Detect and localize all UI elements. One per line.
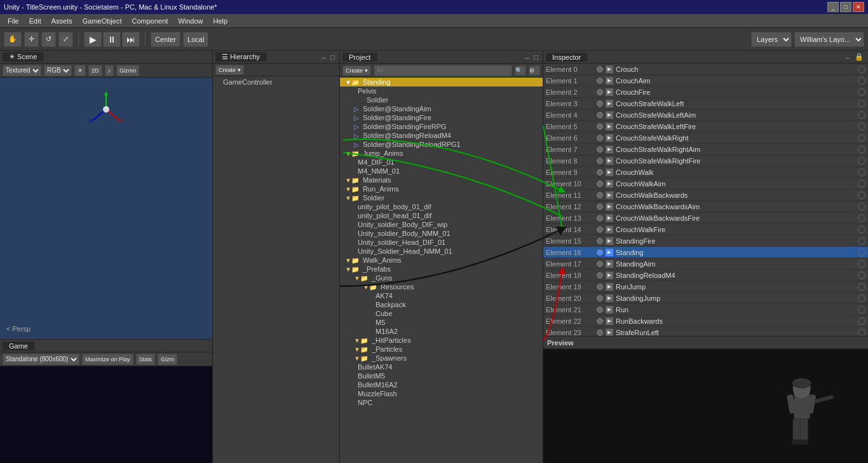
project-item-33[interactable]: BulletM5 [340, 371, 543, 380]
project-item-10[interactable]: M4_NMM_01 [340, 167, 543, 176]
project-item-25[interactable]: Backpack [340, 300, 543, 309]
resolution-select[interactable]: Standalone (800x600) [3, 354, 79, 365]
project-item-24[interactable]: AK74 [340, 291, 543, 300]
project-search-button[interactable]: 🔍 [515, 66, 526, 76]
inspector-row-7[interactable]: Element 7▶CrouchStrafeWalkRightAim [543, 144, 868, 155]
project-item-1[interactable]: Pelvis [340, 86, 543, 95]
menu-item-help[interactable]: Help [208, 16, 233, 26]
game-tab[interactable]: Game [3, 342, 35, 350]
hierarchy-create-button[interactable]: Create ▾ [215, 65, 244, 75]
project-item-3[interactable]: ▷Soldier@StandingAim [340, 104, 543, 113]
scene-view[interactable]: Y X Z < Persp [0, 78, 212, 339]
inspector-row-20[interactable]: Element 20▶StandingJump [543, 293, 868, 304]
project-item-35[interactable]: MuzzleFlash [340, 389, 543, 398]
inspector-row-5[interactable]: Element 5▶CrouchStrafeWalkLeftFire [543, 121, 868, 132]
project-search-input[interactable] [374, 65, 512, 76]
hierarchy-tab[interactable]: ☰ Hierarchy [215, 52, 267, 62]
project-item-32[interactable]: BulletAK74 [340, 363, 543, 371]
project-item-4[interactable]: ▷Soldier@StandingFire [340, 113, 543, 122]
inspector-row-0[interactable]: Element 0▶Crouch [543, 64, 868, 75]
project-item-20[interactable]: ▼📁Walk_Anims [340, 256, 543, 265]
hand-tool-button[interactable]: ✋ [4, 32, 22, 47]
hierarchy-item-gamecontroller[interactable]: GameController [213, 78, 339, 86]
project-item-12[interactable]: ▼📁Run_Anims [340, 184, 543, 193]
inspector-row-19[interactable]: Element 19▶RunJump [543, 281, 868, 293]
inspector-row-18[interactable]: Element 18▶StandingReloadM4 [543, 270, 868, 281]
project-item-6[interactable]: ▷Soldier@StandingReloadM4 [340, 131, 543, 140]
project-collapse-button[interactable]: – [523, 53, 531, 61]
scene-2d-button[interactable]: 2D [88, 65, 102, 76]
layers-dropdown[interactable]: Layers [751, 32, 792, 47]
project-item-34[interactable]: BulletM16A2 [340, 380, 543, 389]
project-expand-button[interactable]: □ [532, 53, 540, 61]
menu-item-component[interactable]: Component [126, 16, 173, 26]
stats-button[interactable]: Stats [136, 354, 156, 365]
project-item-27[interactable]: M5 [340, 318, 543, 327]
menu-item-file[interactable]: File [3, 16, 24, 26]
project-item-5[interactable]: ▷Soldier@StandingFireRPG [340, 122, 543, 131]
menu-item-edit[interactable]: Edit [24, 16, 46, 26]
inspector-row-21[interactable]: Element 21▶Run [543, 304, 868, 315]
menu-item-window[interactable]: Window [173, 16, 208, 26]
play-button[interactable]: ▶ [84, 32, 102, 47]
project-item-30[interactable]: ▼📁_Particles [340, 345, 543, 354]
project-settings-button[interactable]: ⚙ [529, 66, 540, 76]
inspector-row-16[interactable]: Element 16▶Standing [543, 247, 868, 258]
project-item-16[interactable]: Unity_soldier_Body_DIF_wip [340, 220, 543, 229]
project-create-button[interactable]: Create ▾ [342, 66, 371, 76]
inspector-row-17[interactable]: Element 17▶StandingAim [543, 258, 868, 270]
inspector-row-13[interactable]: Element 13▶CrouchWalkBackwardsFire [543, 212, 868, 224]
inspector-row-23[interactable]: Element 23▶StrafeRunLeft [543, 327, 868, 336]
local-button[interactable]: Local [183, 32, 208, 47]
inspector-row-11[interactable]: Element 11▶CrouchWalkBackwards [543, 190, 868, 201]
project-tab[interactable]: Project [342, 53, 377, 62]
render-mode-select[interactable]: Textured [3, 65, 41, 76]
inspector-row-4[interactable]: Element 4▶CrouchStrafeWalkLeftAim [543, 109, 868, 121]
project-item-21[interactable]: ▼📁_Prefabs [340, 265, 543, 273]
step-button[interactable]: ⏭ [122, 32, 140, 47]
inspector-collapse-button[interactable]: – [844, 53, 851, 61]
project-item-0[interactable]: ▼📁Standing [340, 78, 543, 86]
project-item-29[interactable]: ▼📁_HitParticles [340, 336, 543, 345]
inspector-row-14[interactable]: Element 14▶CrouchWalkFire [543, 224, 868, 235]
inspector-row-15[interactable]: Element 15▶StandingFire [543, 235, 868, 247]
project-item-22[interactable]: ▼📁_Guns [340, 273, 543, 282]
project-item-31[interactable]: ▼📁_Spawners [340, 354, 543, 363]
gizmo-button[interactable]: Gizmo [116, 65, 139, 76]
inspector-row-6[interactable]: Element 6▶CrouchStrafeWalkRight [543, 132, 868, 144]
scene-audio-button[interactable]: ♪ [105, 65, 114, 76]
project-item-14[interactable]: unity_pilot_body_01_dif [340, 202, 543, 211]
inspector-row-12[interactable]: Element 12▶CrouchWalkBackwardsAim [543, 201, 868, 212]
project-item-19[interactable]: Unity_Soldier_Head_NMM_01 [340, 247, 543, 256]
project-item-7[interactable]: ▷Soldier@StandingReloadRPG1 [340, 140, 543, 149]
move-tool-button[interactable]: ✛ [24, 32, 39, 47]
inspector-lock-button[interactable]: 🔒 [853, 53, 865, 61]
inspector-row-22[interactable]: Element 22▶RunBackwards [543, 315, 868, 327]
project-item-28[interactable]: M16A2 [340, 327, 543, 336]
scene-tab[interactable]: ☀ Scene [3, 52, 44, 62]
project-item-8[interactable]: ▼📁Jump_Anims [340, 149, 543, 158]
menu-item-assets[interactable]: Assets [46, 16, 78, 26]
maximize-on-play-button[interactable]: Maximize on Play [82, 354, 133, 365]
color-mode-select[interactable]: RGB [44, 65, 72, 76]
minimize-button[interactable]: _ [827, 2, 839, 12]
project-item-36[interactable]: NPC [340, 398, 543, 407]
inspector-row-2[interactable]: Element 2▶CrouchFire [543, 86, 868, 98]
project-item-9[interactable]: M4_DIF_01 [340, 158, 543, 167]
scale-tool-button[interactable]: ⤢ [58, 32, 73, 47]
hierarchy-expand-button[interactable]: □ [329, 53, 337, 61]
project-item-13[interactable]: ▼📁Soldier [340, 193, 543, 202]
inspector-tab[interactable]: Inspector [546, 53, 588, 62]
scene-light-button[interactable]: ☀ [74, 65, 86, 76]
inspector-row-1[interactable]: Element 1▶CrouchAim [543, 75, 868, 86]
inspector-row-9[interactable]: Element 9▶CrouchWalk [543, 167, 868, 178]
close-button[interactable]: ✕ [853, 2, 864, 12]
gizmo-game-button[interactable]: Gizm [158, 354, 177, 365]
project-item-17[interactable]: Unity_soldier_Body_NMM_01 [340, 229, 543, 238]
inspector-row-10[interactable]: Element 10▶CrouchWalkAim [543, 178, 868, 190]
hierarchy-collapse-button[interactable]: – [320, 53, 327, 61]
project-item-23[interactable]: ▼📁Resources [340, 282, 543, 291]
center-button[interactable]: Center [151, 32, 180, 47]
project-item-26[interactable]: Cube [340, 309, 543, 318]
layout-dropdown[interactable]: William's Layo... [794, 32, 864, 47]
